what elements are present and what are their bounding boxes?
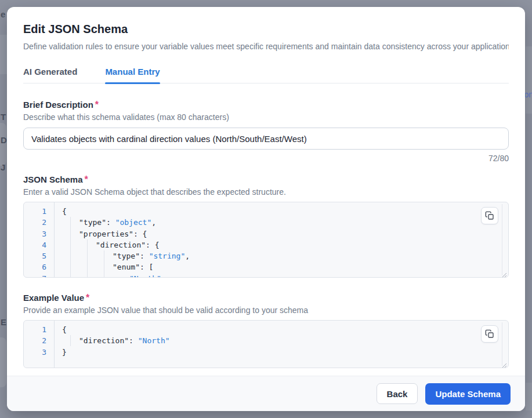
code-line: 7"North", bbox=[24, 273, 508, 278]
line-number: 1 bbox=[24, 324, 54, 335]
brief-description-input[interactable] bbox=[23, 128, 509, 150]
schema-mode-tabs: AI Generated Manual Entry bbox=[23, 67, 509, 83]
code-line: 2"direction": "North" bbox=[24, 335, 508, 346]
brief-description-label: Brief Description bbox=[23, 100, 93, 110]
json-schema-editor[interactable]: 1{2"type": "object",3"properties": {4"di… bbox=[23, 202, 509, 278]
backdrop-card bbox=[0, 337, 6, 387]
copy-button[interactable] bbox=[481, 207, 498, 224]
line-number: 2 bbox=[24, 335, 54, 346]
line-number: 3 bbox=[24, 228, 54, 239]
copy-icon bbox=[485, 211, 494, 220]
dialog-subtitle: Define validation rules to ensure your v… bbox=[23, 42, 509, 51]
update-schema-button[interactable]: Update Schema bbox=[425, 383, 511, 405]
backdrop-letter: T bbox=[1, 112, 6, 122]
indent-guide bbox=[70, 335, 71, 346]
backdrop-letter: J bbox=[1, 162, 5, 172]
dialog-title: Edit JSON Schema bbox=[23, 23, 509, 36]
example-value-label: Example Value bbox=[23, 293, 84, 303]
json-schema-section: JSON Schema* Enter a valid JSON Schema o… bbox=[23, 175, 509, 278]
brief-description-section: Brief Description* Describe what this sc… bbox=[23, 100, 509, 163]
code-line: 5"type": "string", bbox=[24, 250, 508, 261]
indent-guide bbox=[104, 250, 104, 277]
char-count: 72/80 bbox=[23, 154, 509, 163]
json-schema-label: JSON Schema bbox=[23, 175, 83, 184]
tab-ai-generated[interactable]: AI Generated bbox=[23, 67, 77, 83]
code-line: 4"direction": { bbox=[24, 239, 508, 250]
indent-guide bbox=[87, 239, 88, 277]
gutter-divider bbox=[54, 321, 55, 368]
line-number: 7 bbox=[24, 273, 54, 278]
code-line: 2"type": "object", bbox=[24, 217, 508, 228]
copy-button[interactable] bbox=[481, 325, 498, 343]
gutter-divider bbox=[54, 202, 55, 277]
resize-handle[interactable] bbox=[501, 270, 507, 276]
brief-description-helper: Describe what this schema validates (max… bbox=[23, 112, 509, 122]
backdrop-band bbox=[0, 35, 7, 74]
copy-icon bbox=[485, 329, 494, 339]
line-number: 1 bbox=[24, 206, 54, 217]
backdrop-letter: e bbox=[1, 9, 5, 19]
example-value-section: Example Value* Provide an example JSON v… bbox=[23, 293, 509, 368]
required-asterisk: * bbox=[86, 293, 89, 303]
backdrop-band bbox=[526, 46, 532, 114]
indent-guide bbox=[70, 217, 71, 277]
backdrop-letter: E bbox=[1, 317, 6, 327]
line-number: 2 bbox=[24, 217, 54, 228]
json-schema-helper: Enter a valid JSON Schema object that de… bbox=[23, 187, 509, 197]
required-asterisk: * bbox=[95, 100, 99, 110]
edit-json-schema-dialog: Edit JSON Schema Define validation rules… bbox=[7, 7, 525, 411]
line-number: 6 bbox=[24, 261, 54, 272]
example-value-editor[interactable]: 1{2"direction": "North"3} bbox=[23, 320, 509, 368]
code-line: 3} bbox=[24, 347, 508, 358]
code-line: 1{ bbox=[24, 206, 508, 217]
code-line: 1{ bbox=[24, 324, 508, 335]
scrollbar-track[interactable] bbox=[502, 204, 502, 275]
resize-handle[interactable] bbox=[501, 361, 507, 366]
code-line: 3"properties": { bbox=[24, 228, 508, 239]
scrollbar-track[interactable] bbox=[502, 322, 502, 366]
backdrop-text-fragment: on bbox=[524, 90, 532, 99]
required-asterisk: * bbox=[85, 175, 88, 184]
backdrop-letter: D bbox=[1, 135, 7, 145]
code-line: 6"enum": [ bbox=[24, 261, 508, 272]
tab-manual-entry[interactable]: Manual Entry bbox=[105, 67, 160, 83]
back-button[interactable]: Back bbox=[377, 383, 418, 404]
example-value-helper: Provide an example JSON value that shoul… bbox=[23, 306, 509, 315]
line-number: 5 bbox=[24, 250, 54, 261]
line-number: 4 bbox=[24, 239, 54, 250]
backdrop-band bbox=[526, 383, 532, 410]
line-number: 3 bbox=[24, 347, 54, 358]
dialog-footer: Back Update Schema bbox=[7, 376, 525, 411]
